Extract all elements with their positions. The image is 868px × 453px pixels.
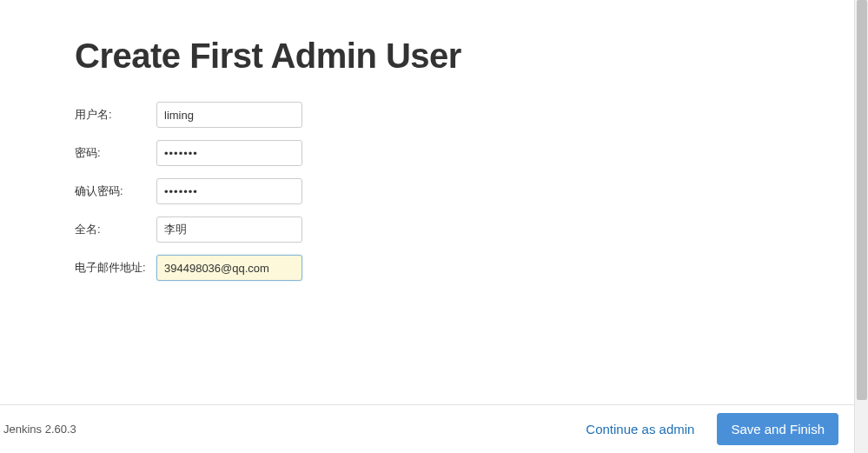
fullname-label: 全名: <box>75 222 156 237</box>
version-text: Jenkins 2.60.3 <box>3 423 76 436</box>
confirm-password-label: 确认密码: <box>75 183 156 199</box>
form-row-username: 用户名: <box>75 102 868 128</box>
form-row-fullname: 全名: <box>75 217 868 243</box>
fullname-input[interactable] <box>156 217 302 243</box>
confirm-password-input[interactable] <box>156 178 302 204</box>
password-input[interactable] <box>156 140 302 166</box>
form-row-confirm-password: 确认密码: <box>75 178 868 204</box>
username-input[interactable] <box>156 102 302 128</box>
continue-as-admin-button[interactable]: Continue as admin <box>582 415 698 443</box>
footer: Jenkins 2.60.3 Continue as admin Save an… <box>0 404 854 453</box>
email-input[interactable] <box>156 255 302 281</box>
footer-actions: Continue as admin Save and Finish <box>582 413 838 445</box>
vertical-scrollbar[interactable] <box>854 0 868 453</box>
admin-user-form: 用户名: 密码: 确认密码: 全名: 电子邮件地址: <box>75 102 868 281</box>
username-label: 用户名: <box>75 107 156 123</box>
form-row-email: 电子邮件地址: <box>75 255 868 281</box>
save-and-finish-button[interactable]: Save and Finish <box>717 413 838 445</box>
password-label: 密码: <box>75 145 156 161</box>
email-label: 电子邮件地址: <box>75 260 156 276</box>
form-row-password: 密码: <box>75 140 868 166</box>
scrollbar-thumb[interactable] <box>857 0 867 400</box>
page-title: Create First Admin User <box>75 37 868 76</box>
